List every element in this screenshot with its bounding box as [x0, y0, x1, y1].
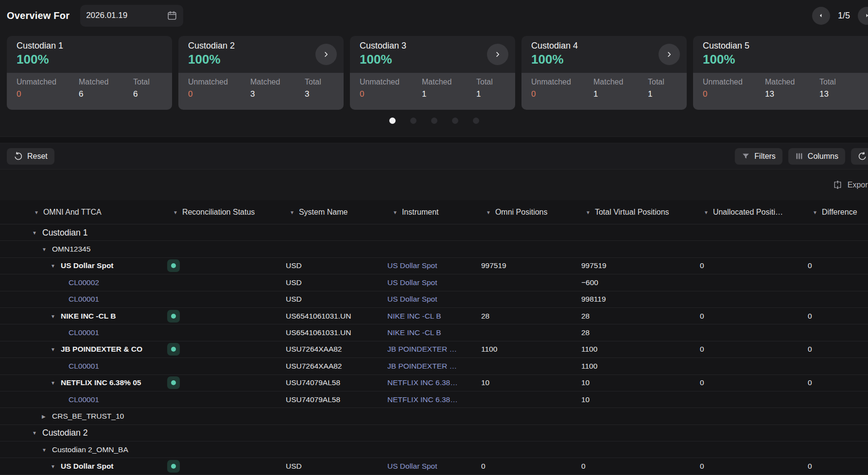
row-name[interactable]: NIKE INC -CL B	[61, 312, 116, 321]
custodian-card-2: Custodian 2 100% Unmatched0 Matched3 Tot…	[178, 36, 344, 110]
carousel-dot[interactable]	[410, 118, 417, 124]
status-dot-icon	[171, 464, 176, 469]
export-button[interactable]: Export	[831, 180, 868, 190]
cell-instrument-link[interactable]: US Dollar Spot	[387, 295, 437, 304]
card-title: Custodian 2	[188, 41, 334, 51]
table-row: ▼ US Dollar Spot USD US Dollar Spot 0 0 …	[0, 458, 868, 475]
date-picker-input[interactable]: 2026.01.19	[80, 5, 183, 27]
custodian-card-1: Custodian 1 100% Unmatched0 Matched6 Tot…	[7, 36, 172, 110]
cell-instrument-link[interactable]: NETFLIX INC 6.38…	[387, 378, 458, 387]
stat-value-unmatched: 0	[17, 89, 79, 99]
row-expand-caret-icon[interactable]: ▼	[51, 263, 55, 269]
stat-label-total: Total	[648, 78, 664, 86]
row-expand-caret-icon[interactable]: ▼	[51, 464, 55, 469]
row-name[interactable]: CRS_BE_TRUST_10	[52, 412, 124, 421]
table-body: ▼ Custodian 1 ▼ OMN12345 ▼ US Dollar Spo…	[0, 224, 868, 475]
status-badge	[167, 259, 180, 272]
cell-omni-positions: 28	[481, 312, 489, 321]
stat-label-total: Total	[133, 78, 150, 86]
columns-button[interactable]: Columns	[788, 148, 845, 165]
column-header-unallocated-positions[interactable]: ▼Unallocated Positi…	[704, 200, 783, 224]
column-header-omni-and-ttca[interactable]: ▼OMNI And TTCA	[34, 200, 102, 224]
filters-button[interactable]: Filters	[735, 148, 782, 165]
row-name[interactable]: CL00001	[69, 362, 99, 371]
row-expand-caret-icon[interactable]: ▼	[42, 447, 47, 452]
reset-button[interactable]: Reset	[7, 148, 54, 165]
row-expand-caret-icon[interactable]: ▶	[42, 413, 46, 419]
cell-instrument-link[interactable]: US Dollar Spot	[387, 462, 437, 471]
chevron-down-icon: ▼	[813, 210, 817, 215]
row-name[interactable]: NETFLIX INC 6.38% 05	[61, 378, 141, 387]
card-detail-button[interactable]	[487, 44, 508, 65]
cell-system-name: USD	[286, 462, 302, 471]
carousel-dot[interactable]	[473, 118, 479, 124]
refresh-button[interactable]	[851, 148, 868, 165]
cell-difference: 0	[808, 312, 812, 321]
card-title: Custodian 3	[360, 41, 505, 51]
row-name[interactable]: Custodian 2_OMN_BA	[52, 445, 128, 454]
row-expand-caret-icon[interactable]: ▼	[42, 247, 47, 252]
card-title: Custodian 4	[531, 41, 677, 51]
row-name[interactable]: Custodian 2	[42, 428, 87, 438]
row-name[interactable]: CL00002	[69, 278, 99, 287]
stat-value-total: 6	[133, 89, 150, 99]
row-name[interactable]: US Dollar Spot	[61, 261, 114, 270]
export-bar: Export	[0, 169, 868, 200]
column-header-total-virtual-positions[interactable]: ▼Total Virtual Positions	[586, 200, 669, 224]
cell-total-virtual-positions: 998119	[581, 295, 606, 304]
column-header-reconciliation-status[interactable]: ▼Reconciliation Status	[173, 200, 255, 224]
card-percent: 100%	[188, 52, 334, 67]
row-name[interactable]: US Dollar Spot	[61, 462, 114, 471]
row-name[interactable]: JB POINDEXTER & CO	[61, 345, 142, 354]
row-expand-caret-icon[interactable]: ▼	[32, 430, 37, 436]
cell-instrument-link[interactable]: JB POINDEXTER …	[387, 362, 457, 371]
stat-label-unmatched: Unmatched	[188, 78, 250, 86]
card-detail-button[interactable]	[659, 44, 680, 65]
row-name[interactable]: Custodian 1	[42, 227, 87, 238]
row-name[interactable]: CL00001	[69, 295, 99, 304]
cell-omni-positions: 997519	[481, 261, 506, 270]
pager-prev-button[interactable]	[812, 7, 830, 25]
cell-instrument-link[interactable]: US Dollar Spot	[387, 261, 437, 270]
row-expand-caret-icon[interactable]: ▼	[51, 347, 55, 352]
column-header-difference[interactable]: ▼Difference	[813, 200, 857, 224]
cell-total-virtual-positions: 28	[581, 328, 590, 337]
row-name[interactable]: OMN12345	[52, 245, 90, 254]
chevron-down-icon: ▼	[486, 210, 491, 215]
cell-system-name: USD	[286, 295, 302, 304]
cell-instrument-link[interactable]: JB POINDEXTER …	[387, 345, 457, 354]
stat-label-matched: Matched	[250, 78, 305, 86]
stat-value-matched: 6	[79, 89, 133, 99]
card-detail-button[interactable]	[315, 44, 337, 65]
carousel-dot[interactable]	[389, 118, 396, 124]
column-header-instrument[interactable]: ▼Instrument	[393, 200, 439, 224]
cell-system-name: USU74079AL58	[286, 395, 340, 404]
row-expand-caret-icon[interactable]: ▼	[51, 380, 55, 386]
stat-label-matched: Matched	[765, 78, 819, 86]
row-name[interactable]: CL00001	[69, 328, 99, 337]
cell-instrument-link[interactable]: NETFLIX INC 6.38…	[387, 395, 458, 404]
pager-next-button[interactable]	[858, 7, 868, 25]
column-header-system-name[interactable]: ▼System Name	[290, 200, 347, 224]
column-header-omni-positions[interactable]: ▼Omni Positions	[486, 200, 548, 224]
card-title: Custodian 1	[17, 41, 162, 51]
cell-instrument-link[interactable]: NIKE INC -CL B	[387, 328, 441, 337]
carousel-dot[interactable]	[452, 118, 458, 124]
chevron-right-icon	[322, 50, 330, 59]
status-badge	[167, 310, 180, 322]
cell-instrument-link[interactable]: NIKE INC -CL B	[387, 312, 441, 321]
calendar-icon[interactable]	[167, 10, 177, 21]
cell-instrument-link[interactable]: US Dollar Spot	[387, 278, 437, 287]
row-expand-caret-icon[interactable]: ▼	[32, 230, 37, 235]
stat-label-unmatched: Unmatched	[531, 78, 593, 86]
carousel-dot[interactable]	[431, 118, 437, 124]
top-bar: Overview For 2026.01.19 1/5	[0, 0, 868, 31]
cell-difference: 0	[808, 462, 812, 471]
cell-unallocated-positions: 0	[700, 261, 704, 270]
row-name[interactable]: CL00001	[69, 395, 99, 404]
table-row: ▼ US Dollar Spot USD US Dollar Spot 9975…	[0, 258, 868, 274]
table-row: CL00001 US6541061031.UN NIKE INC -CL B 2…	[0, 324, 868, 341]
cell-difference: 0	[808, 378, 812, 387]
row-expand-caret-icon[interactable]: ▼	[51, 313, 55, 319]
filter-funnel-icon	[742, 152, 750, 160]
